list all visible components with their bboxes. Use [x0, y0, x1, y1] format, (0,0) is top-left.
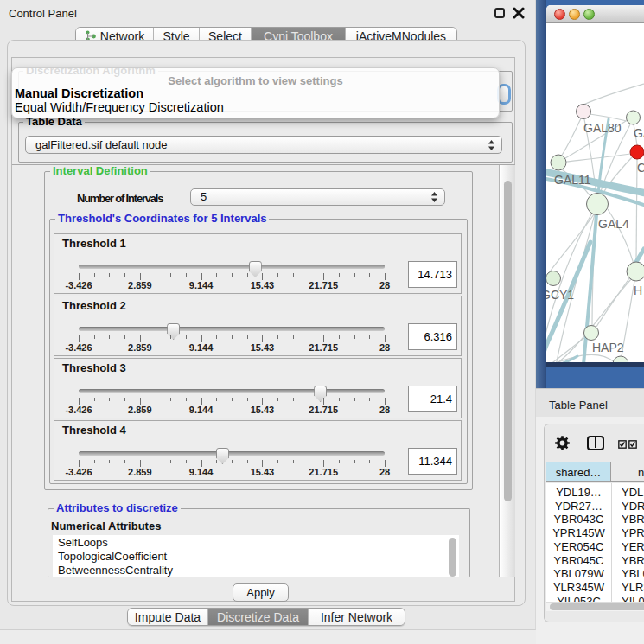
- svg-text:HAP2: HAP2: [592, 341, 624, 354]
- svg-text:GA: GA: [634, 126, 644, 140]
- svg-text:GCY1: GCY1: [546, 288, 574, 302]
- svg-text:C: C: [637, 161, 644, 175]
- svg-text:GAL11: GAL11: [554, 173, 591, 187]
- svg-text:GAL80: GAL80: [583, 121, 622, 135]
- svg-text:GAL4: GAL4: [598, 217, 629, 231]
- svg-text:H: H: [634, 284, 642, 297]
